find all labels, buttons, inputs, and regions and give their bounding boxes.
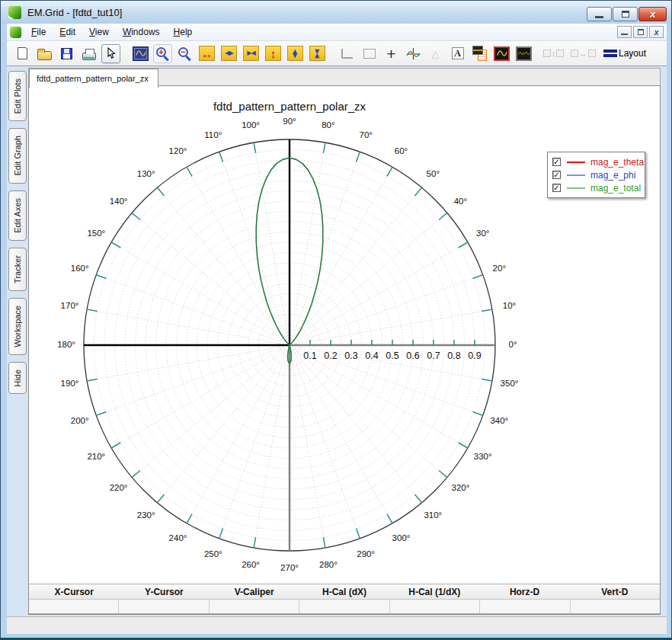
svg-text:280°: 280° [319, 560, 338, 569]
legend-line-sample [567, 187, 585, 189]
column-header: H-Cal (1/dX) [389, 584, 479, 599]
document-icon [10, 27, 21, 38]
svg-text:130°: 130° [137, 169, 155, 178]
multi-plot-icon[interactable] [514, 44, 533, 63]
readout-cell [119, 600, 209, 613]
plot-panel: 0.10.20.30.40.50.60.70.80.90°10°20°30°40… [28, 85, 661, 615]
sidebar-tab-edit-plots[interactable]: Edit Plots [8, 71, 27, 121]
svg-text:310°: 310° [424, 510, 442, 520]
save-icon[interactable] [57, 44, 76, 63]
svg-text:230°: 230° [137, 510, 155, 520]
status-bar [7, 616, 667, 634]
toolbar-separator [123, 44, 131, 63]
svg-text:350°: 350° [501, 379, 519, 388]
split-vertical-icon[interactable]: ↕ [544, 44, 563, 63]
window-controls: x [586, 7, 667, 21]
app-logo-icon [8, 6, 21, 19]
toolbar-separator [330, 44, 338, 63]
pointer-tool-icon[interactable] [101, 44, 120, 63]
svg-text:110°: 110° [204, 130, 222, 139]
toolbar-separator [596, 44, 603, 63]
open-file-icon[interactable] [35, 44, 54, 63]
svg-text:250°: 250° [204, 549, 222, 558]
svg-text:30°: 30° [476, 229, 489, 238]
column-header: Y-Cursor [119, 584, 209, 599]
svg-text:90°: 90° [283, 117, 296, 126]
svg-text:220°: 220° [110, 483, 128, 492]
zoom-in-icon[interactable]: + [153, 44, 172, 63]
svg-text:0.6: 0.6 [406, 350, 419, 361]
single-plot-icon[interactable] [492, 44, 511, 63]
legend-line-sample [567, 174, 585, 176]
plot-title: fdtd_pattern_pattern_polar_zx [213, 100, 366, 113]
v-full-scale-icon[interactable]: ↕ [264, 44, 283, 63]
h-expand-icon[interactable]: ◀▶ [219, 44, 238, 63]
svg-text:0.2: 0.2 [324, 350, 337, 361]
readout-cell [210, 600, 299, 613]
text-tool-icon[interactable]: A [448, 44, 467, 63]
svg-text:0.9: 0.9 [468, 350, 481, 361]
slope-tool-icon[interactable]: △ [426, 44, 445, 63]
sidebar-tab-tracker[interactable]: Tracker [8, 248, 27, 291]
zoom-window-icon[interactable] [131, 44, 150, 63]
readout-cell [390, 600, 480, 613]
mdi-minimize-button[interactable] [617, 26, 632, 38]
rect-zoom-icon[interactable] [360, 44, 379, 63]
svg-text:70°: 70° [360, 130, 373, 139]
workspace-area: Edit PlotsEdit GraphEdit AxesTrackerWork… [7, 66, 667, 634]
svg-text:20°: 20° [493, 264, 506, 273]
print-icon[interactable] [79, 44, 98, 63]
svg-text:140°: 140° [110, 197, 128, 206]
sidebar-tab-edit-axes[interactable]: Edit Axes [8, 190, 27, 241]
svg-text:180°: 180° [57, 340, 75, 349]
menu-item-view[interactable]: View [82, 24, 116, 40]
legend-checkbox[interactable]: ✓ [552, 184, 561, 192]
svg-text:160°: 160° [71, 264, 89, 273]
plot-report-icon[interactable] [470, 44, 489, 63]
legend-entry-mag_e_theta: ✓mag_e_theta [552, 155, 640, 168]
legend-checkbox[interactable]: ✓ [552, 171, 561, 179]
tracker-icon[interactable] [404, 44, 423, 63]
svg-text:300°: 300° [392, 533, 411, 542]
sidebar-tab-hide[interactable]: Hide [8, 362, 27, 395]
tab-label: fdtd_pattern_pattern_polar_zx [37, 74, 149, 83]
svg-text:60°: 60° [395, 146, 408, 155]
split-horizontal-icon[interactable]: ↔ [574, 44, 593, 63]
menu-item-file[interactable]: File [24, 24, 53, 40]
layout-icon[interactable]: Layout [603, 44, 646, 63]
h-full-scale-icon[interactable]: ↔ [197, 44, 216, 63]
mdi-restore-button[interactable] [633, 26, 648, 38]
zoom-out-icon[interactable]: − [175, 44, 194, 63]
legend-label: mag_e_theta [590, 157, 644, 168]
restore-button[interactable] [613, 7, 638, 21]
v-expand-icon[interactable]: ◀▶ [286, 44, 305, 63]
side-tab-strip: Edit PlotsEdit GraphEdit AxesTrackerWork… [8, 71, 28, 394]
sidebar-tab-edit-graph[interactable]: Edit Graph [8, 128, 27, 184]
window-title: EM.Grid - [fdtd_tut10] [27, 7, 122, 18]
svg-text:100°: 100° [242, 120, 260, 130]
column-header: X-Cursor [29, 584, 119, 599]
legend-checkbox[interactable]: ✓ [552, 158, 561, 166]
axes-frame-icon[interactable] [338, 44, 357, 63]
svg-text:0.5: 0.5 [386, 350, 398, 361]
tab-fdtd-pattern-polar-zx[interactable]: fdtd_pattern_pattern_polar_zx [29, 69, 158, 88]
svg-text:260°: 260° [242, 560, 260, 569]
svg-text:10°: 10° [503, 301, 516, 310]
mdi-controls: x [616, 26, 664, 38]
sidebar-tab-workspace[interactable]: Workspace [8, 298, 27, 355]
column-header: V-Caliper [210, 584, 299, 599]
minimize-button[interactable] [587, 7, 612, 21]
menu-item-help[interactable]: Help [167, 24, 200, 40]
svg-text:120°: 120° [169, 146, 187, 155]
h-compress-icon[interactable]: ▶◀ [242, 44, 261, 63]
svg-text:0.3: 0.3 [344, 350, 357, 361]
close-button[interactable]: x [638, 7, 667, 21]
menu-item-windows[interactable]: Windows [116, 24, 167, 40]
new-file-icon[interactable] [13, 44, 32, 63]
crosshair-icon[interactable]: + [382, 44, 401, 63]
legend-label: mag_e_total [590, 183, 641, 194]
menu-item-edit[interactable]: Edit [53, 24, 82, 40]
mdi-close-button[interactable]: x [649, 26, 664, 38]
title-bar: EM.Grid - [fdtd_tut10] x [1, 1, 671, 24]
v-compress-icon[interactable]: ▶◀ [308, 44, 327, 63]
